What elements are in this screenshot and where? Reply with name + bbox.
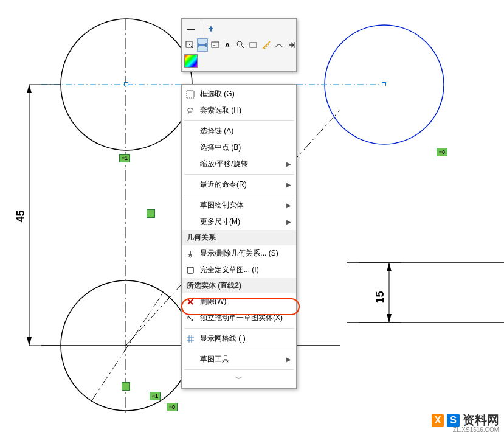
watermark-logo-x: X: [432, 414, 444, 427]
zoom-tool-icon[interactable]: [235, 38, 246, 52]
select-tool-icon[interactable]: [184, 38, 195, 52]
pin-icon[interactable]: [204, 23, 218, 36]
constraint-horizontal-badge[interactable]: [122, 382, 130, 391]
exit-sketch-icon[interactable]: [286, 38, 297, 52]
annotation-tool-icon[interactable]: ≡: [210, 38, 221, 52]
svg-text:A: A: [225, 41, 230, 49]
svg-marker-1: [27, 337, 32, 346]
menu-label: 框选取 (G): [200, 89, 291, 99]
menu-lasso-select[interactable]: 套索选取 (H): [182, 102, 296, 119]
submenu-arrow-icon: ▶: [286, 218, 291, 225]
watermark: X S 资料网: [432, 412, 499, 428]
menu-label: 草图绘制实体: [200, 200, 286, 211]
menu-label: 草图工具: [200, 354, 286, 364]
watermark-logo-s: S: [447, 414, 460, 427]
svg-point-15: [189, 255, 192, 257]
constraint-badge-eq0[interactable]: ≡0: [167, 403, 178, 411]
menu-separator: [184, 328, 294, 329]
color-picker-icon[interactable]: [184, 54, 198, 68]
dimension-45[interactable]: 45: [15, 210, 27, 222]
svg-marker-0: [27, 85, 32, 93]
box-select-icon: [185, 89, 195, 99]
menu-label: 缩放/平移/旋转: [200, 159, 286, 169]
menu-show-delete-relations[interactable]: 显示/删除几何关系... (S): [182, 245, 296, 262]
menu-label: 选择链 (A): [200, 126, 291, 136]
menu-drag-independent[interactable]: 独立拖动单一草图实体(X): [182, 310, 296, 326]
menu-label: 显示网格线 ( ): [200, 333, 291, 344]
menu-header-relations: 几何关系: [182, 230, 296, 245]
selection-handle-left[interactable]: [124, 82, 128, 86]
constraint-midpoint-badge[interactable]: [147, 209, 155, 218]
svg-point-12: [237, 41, 242, 46]
menu-fully-define[interactable]: 完全定义草图... (I): [182, 262, 296, 278]
grid-icon: [185, 334, 195, 344]
circle-bottom-left[interactable]: [61, 280, 191, 411]
menu-show-grid[interactable]: 显示网格线 ( ): [182, 330, 296, 347]
measure-tool-icon[interactable]: [261, 38, 272, 52]
constraint-badge-eq1[interactable]: ≡1: [119, 154, 130, 162]
menu-select-midpoint[interactable]: 选择中点 (B): [182, 139, 296, 156]
menu-box-select[interactable]: 框选取 (G): [182, 86, 296, 102]
svg-marker-4: [387, 263, 392, 271]
menu-label: 更多尺寸(M): [200, 217, 286, 227]
menu-sketch-tools[interactable]: 草图工具 ▶: [182, 351, 296, 368]
menu-delete[interactable]: 删除(W): [182, 293, 296, 310]
svg-rect-16: [187, 267, 193, 273]
menu-select-chain[interactable]: 选择链 (A): [182, 123, 296, 139]
svg-rect-13: [250, 43, 257, 47]
submenu-arrow-icon: ▶: [286, 356, 291, 363]
svg-rect-14: [187, 91, 194, 98]
constraint-badge-eq0[interactable]: ≡0: [437, 148, 447, 156]
lasso-icon: [185, 106, 195, 116]
delete-icon: [185, 297, 195, 307]
submenu-arrow-icon: ▶: [286, 161, 291, 167]
watermark-text: 资料网: [463, 412, 499, 428]
menu-separator: [184, 195, 294, 195]
menu-label: 显示/删除几何关系... (S): [200, 248, 291, 259]
curve-tool-icon[interactable]: [274, 38, 285, 52]
menu-sketch-entity[interactable]: 草图绘制实体 ▶: [182, 197, 296, 214]
menu-more-dimensions[interactable]: 更多尺寸(M) ▶: [182, 214, 296, 230]
menu-label: 最近的命令(R): [200, 179, 286, 190]
svg-marker-5: [387, 314, 392, 322]
menu-separator: [184, 120, 294, 121]
selection-handle-right[interactable]: [382, 82, 386, 86]
menu-label: 独立拖动单一草图实体(X): [200, 313, 291, 323]
define-sketch-icon: [185, 265, 195, 275]
menu-separator: [184, 349, 294, 349]
menu-label: 完全定义草图... (I): [200, 265, 291, 275]
text-label-icon[interactable]: A: [223, 38, 233, 52]
menu-separator: [184, 369, 294, 370]
submenu-arrow-icon: ▶: [286, 202, 291, 209]
menu-label: 套索选取 (H): [200, 105, 291, 116]
svg-text:≡: ≡: [213, 43, 216, 48]
menu-expand-chevron-icon[interactable]: ︾: [182, 372, 296, 387]
menu-zoom-pan-rotate[interactable]: 缩放/平移/旋转 ▶: [182, 156, 296, 172]
context-menu: 框选取 (G) 套索选取 (H) 选择链 (A) 选择中点 (B) 缩放/平移/…: [181, 84, 297, 389]
submenu-arrow-icon: ▶: [286, 181, 291, 188]
minimize-icon[interactable]: —: [184, 23, 198, 36]
menu-header-selected: 所选实体 (直线2): [182, 278, 296, 293]
relations-icon: [185, 249, 195, 259]
watermark-url: ZL.XS1616.COM: [453, 427, 499, 432]
menu-label: 删除(W): [200, 296, 291, 307]
floating-toolbar: — ≡ A: [181, 18, 297, 72]
menu-label: 选择中点 (B): [200, 142, 291, 153]
drag-entity-icon: [185, 313, 195, 323]
constraint-badge-eq1[interactable]: ≡1: [150, 392, 161, 400]
dimension-tool-icon[interactable]: [197, 38, 208, 52]
menu-recent-commands[interactable]: 最近的命令(R) ▶: [182, 176, 296, 193]
menu-separator: [184, 174, 294, 175]
dimension-15[interactable]: 15: [374, 291, 387, 303]
rectangle-tool-icon[interactable]: [248, 38, 259, 52]
